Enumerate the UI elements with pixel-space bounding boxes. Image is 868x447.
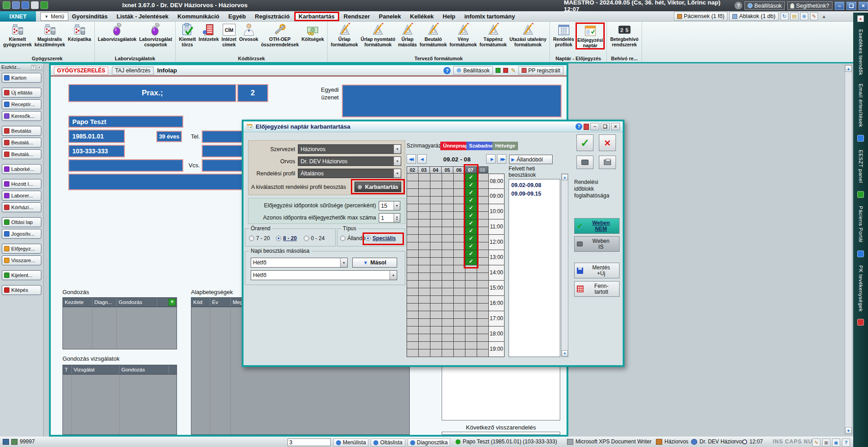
extra-field[interactable] [68, 159, 183, 172]
menu-item-help[interactable]: Help [438, 12, 460, 21]
dialog-restore-button[interactable]: ❏ [601, 123, 610, 130]
panel-icon[interactable]: ▣ [822, 438, 830, 447]
menu-item-panelek[interactable]: Panelek [374, 12, 405, 21]
workspace-scrollbar[interactable]: ▲ ▼ [845, 65, 852, 434]
max-spinner[interactable]: 1▲▼ [379, 213, 400, 223]
copy-to-dropdown[interactable]: Hétfő▼ [251, 270, 397, 280]
slot-available-check[interactable]: ✓ [465, 174, 477, 181]
sidebar-item-el-jegyz-[interactable]: Előjegyz... [2, 244, 41, 254]
dock-item-email-rtes-t-sek[interactable]: Email értesítések [858, 84, 864, 127]
sidebar-item-beutal-s[interactable]: Beutalás [2, 126, 41, 136]
phone-field[interactable]: 103-333-333 [68, 145, 125, 157]
time-slot[interactable] [442, 235, 454, 242]
weben-is-button[interactable]: WebenIS [574, 236, 620, 252]
radio-8-20[interactable]: 8 - 20 [276, 235, 297, 241]
dropdown-arrow-icon[interactable]: ▼ [394, 201, 400, 210]
prax-number-field[interactable]: 2 [237, 84, 268, 102]
sidebar-item-keres-k-[interactable]: Keresők... [2, 111, 41, 121]
time-slot[interactable] [407, 304, 419, 311]
pk-icon[interactable] [857, 250, 864, 257]
prax-field[interactable]: Prax.; [68, 84, 236, 102]
time-slot[interactable] [454, 281, 465, 288]
document-add-icon[interactable] [3, 1, 10, 9]
dropdown-arrow-icon[interactable]: ▼ [390, 271, 397, 280]
day-column-04[interactable]: 04 [430, 166, 442, 174]
time-slot[interactable] [465, 296, 477, 304]
radio-0-24[interactable]: 0 - 24 [304, 235, 325, 241]
globe-icon[interactable]: ◉ [832, 438, 840, 447]
time-slot[interactable] [454, 265, 465, 273]
time-slot[interactable] [407, 342, 419, 349]
doctor-status[interactable]: Dr. DEV Háziorvos [691, 438, 744, 445]
toolbar-button--rlap-m-sol-s[interactable]: Űrlapmásolás [397, 22, 418, 48]
time-slot[interactable] [454, 296, 465, 304]
tasks-icon[interactable] [857, 319, 864, 326]
toolbar-button-el-jegyz-si-napt-r[interactable]: Előjegyzésinaptár [576, 22, 605, 49]
time-slot[interactable] [477, 311, 489, 319]
time-slot[interactable] [442, 319, 454, 326]
time-slot[interactable] [454, 212, 465, 219]
dropdown-arrow-icon[interactable]: ▼ [394, 145, 401, 153]
time-slot[interactable] [442, 227, 454, 235]
time-slot[interactable] [430, 273, 442, 281]
time-slot[interactable] [430, 174, 442, 181]
sidebar-item-olt-si-lap[interactable]: Oltási lap [2, 217, 41, 227]
recall-value-box[interactable] [442, 432, 560, 435]
slot-available-check[interactable]: ✓ [465, 242, 477, 250]
sidebar-item-laborer-[interactable]: Laborer... [2, 191, 41, 201]
refresh-icon[interactable]: ↻ [780, 12, 788, 20]
radio-speci-lis[interactable]: Speciális [365, 235, 396, 241]
edit-pencil-icon[interactable]: ✎ [511, 67, 516, 74]
dropdown-arrow-icon[interactable]: ▼ [340, 258, 347, 267]
time-slot[interactable] [407, 311, 419, 319]
wide-field[interactable] [68, 174, 269, 190]
time-slot[interactable] [465, 342, 477, 349]
time-slot[interactable] [430, 326, 442, 334]
time-slot[interactable] [454, 326, 465, 334]
time-slot[interactable] [465, 273, 477, 281]
restore-button[interactable]: ❏ [846, 2, 856, 10]
recall-listbox[interactable] [442, 365, 560, 420]
slot-available-check[interactable]: ✓ [465, 204, 477, 212]
toolbar-button-betegbeh-v-rendszerek[interactable]: 25Betegbehívórendszerek [609, 22, 640, 48]
time-slot[interactable] [407, 265, 419, 273]
time-slot[interactable] [407, 181, 419, 189]
copy-from-dropdown[interactable]: Hétfő▼ [251, 258, 348, 268]
time-slot[interactable] [454, 342, 465, 349]
time-slot[interactable] [419, 304, 430, 311]
organization-status[interactable]: Háziorvos [656, 438, 688, 445]
time-slot[interactable] [477, 227, 489, 235]
document-export-icon[interactable] [22, 1, 29, 9]
notes-icon[interactable] [31, 1, 39, 9]
eeszt-icon[interactable] [857, 135, 864, 142]
time-slot[interactable] [442, 242, 454, 250]
time-slot[interactable] [407, 281, 419, 288]
time-slot[interactable] [430, 181, 442, 189]
birth-date-field[interactable]: 1985.01.01 [68, 130, 125, 143]
time-slot[interactable] [407, 174, 419, 181]
dock-item-pk-tev-kenys-gek[interactable]: PK tevékenységek [858, 265, 864, 312]
sidebar-item-k-rh-zi-[interactable]: Kórházi... [2, 202, 41, 212]
time-slot[interactable] [407, 219, 419, 227]
time-slot[interactable] [465, 265, 477, 273]
time-slot[interactable] [419, 342, 430, 349]
menu-button[interactable]: ▼Menü [40, 12, 68, 21]
time-slot[interactable] [407, 319, 419, 326]
toolbar-button-v-ny-form-tumok[interactable]: Vényformátumok [448, 22, 478, 48]
time-slot[interactable] [407, 288, 419, 296]
prev-week-button[interactable]: ◀ [417, 154, 427, 164]
time-slot[interactable] [419, 273, 430, 281]
radio-7-20[interactable]: 7 - 20 [249, 235, 270, 241]
next-week-button[interactable]: ▶ [486, 154, 496, 164]
time-slot[interactable] [477, 319, 489, 326]
time-slot[interactable] [419, 181, 430, 189]
dock-item-eeszt-panel[interactable]: EESZT panel [858, 150, 864, 183]
day-column-08[interactable]: 08 [477, 166, 488, 174]
calendar-scrollbar[interactable]: ▲ ▼ [561, 174, 568, 357]
menu-item-regisztr-ci-[interactable]: Regisztráció [250, 12, 294, 21]
status-button-oltáslista[interactable]: Oltáslista [371, 438, 405, 447]
szervezet-dropdown[interactable]: Háziorvos▼ [298, 144, 401, 154]
slot-available-check[interactable]: ✓ [465, 212, 477, 219]
time-slot[interactable] [477, 189, 489, 197]
day-column-05[interactable]: 05 [442, 166, 453, 174]
